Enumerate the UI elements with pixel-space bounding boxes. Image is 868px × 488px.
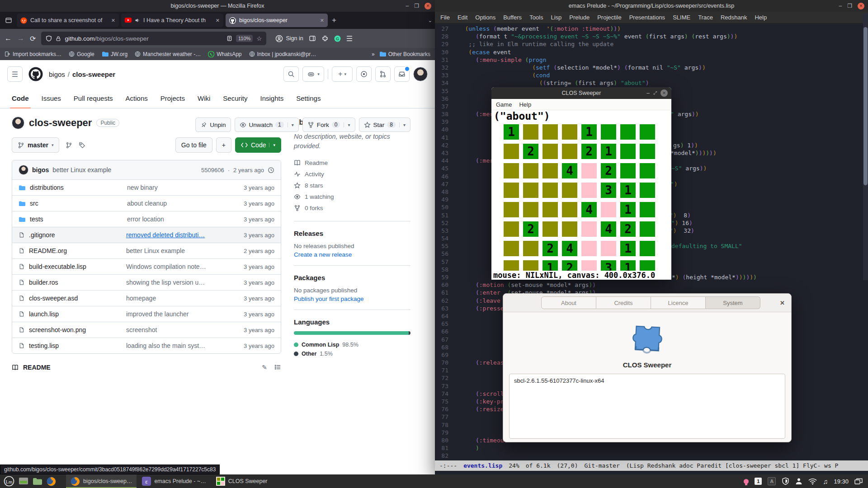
file-name[interactable]: .gitignore xyxy=(29,231,122,239)
sidebar-stat-1-watching[interactable]: 1 watching xyxy=(294,191,410,202)
security-shield-icon[interactable] xyxy=(782,477,789,485)
close-button[interactable]: ✕ xyxy=(660,89,668,97)
file-row[interactable]: README.orgbetter Linux example2 years ag… xyxy=(12,243,281,258)
file-commit-message[interactable]: better Linux example xyxy=(126,247,239,254)
emacs-menu-presentations[interactable]: Presentations xyxy=(629,14,665,21)
file-row[interactable]: launch.lispimproved the launcher3 years … xyxy=(12,306,281,322)
repo-tab-settings[interactable]: Settings xyxy=(292,88,325,108)
file-commit-message[interactable]: about cleanup xyxy=(127,200,239,207)
code-line[interactable]: 60 (:motion (set-mouse *model* args)) xyxy=(435,281,868,289)
grid-cell-r4c4[interactable] xyxy=(562,183,577,198)
grid-cell-r4c7[interactable]: 1 xyxy=(620,183,636,198)
publish-package-link[interactable]: Publish your first package xyxy=(294,296,410,302)
menu-hamburger-icon[interactable]: ☰ xyxy=(346,34,353,43)
repo-owner-avatar[interactable] xyxy=(12,117,24,129)
file-row[interactable]: distributionsnew binary3 years ago xyxy=(12,179,281,195)
firefox-titlebar[interactable]: bigos/clos-sweeper — Mozilla Firefox – ❐… xyxy=(0,0,435,12)
file-row[interactable]: srcabout cleanup3 years ago xyxy=(12,195,281,211)
github-global-menu-button[interactable]: ☰ xyxy=(7,66,23,82)
file-commit-message[interactable]: loading also the main syst… xyxy=(126,342,239,349)
mint-menu-icon[interactable]: Lm xyxy=(4,476,14,487)
grid-cell-r2c6[interactable]: 1 xyxy=(601,144,616,159)
emacs-menu-tools[interactable]: Tools xyxy=(529,14,543,21)
grid-cell-r3c8[interactable] xyxy=(640,163,655,178)
emacs-menu-options[interactable]: Options xyxy=(475,14,495,21)
workspace-switcher-icon[interactable] xyxy=(854,478,863,485)
file-commit-message[interactable]: homepage xyxy=(126,295,239,302)
file-commit-message[interactable]: new binary xyxy=(127,184,239,191)
file-name[interactable]: launch.lisp xyxy=(29,310,122,318)
dropdown-caret-icon[interactable]: ▾ xyxy=(288,122,294,127)
pull-requests-dashboard-button[interactable] xyxy=(375,66,391,82)
repo-tab-pull-requests[interactable]: Pull requests xyxy=(69,88,118,108)
file-name[interactable]: tests xyxy=(30,216,123,223)
back-button[interactable]: ← xyxy=(5,34,12,42)
show-desktop-icon[interactable] xyxy=(19,477,28,486)
file-row[interactable]: clos-sweeper.asdhomepage3 years ago xyxy=(12,290,281,306)
commit-sha[interactable]: 5509606 xyxy=(201,167,224,174)
grid-cell-r7c3[interactable]: 2 xyxy=(542,241,558,256)
maximize-button[interactable]: ⤢ xyxy=(653,91,657,95)
grid-cell-r4c3[interactable] xyxy=(542,183,558,198)
grid-cell-r7c2[interactable] xyxy=(523,241,538,256)
grid-cell-r5c7[interactable]: 1 xyxy=(620,202,636,217)
redshift-bulb-icon[interactable] xyxy=(744,479,749,484)
reload-button[interactable]: ⟳ xyxy=(30,34,36,43)
other-bookmarks-button[interactable]: Other Bookmarks xyxy=(379,51,430,57)
repo-action-unpin[interactable]: Unpin xyxy=(195,117,231,132)
bookmark-item-2[interactable]: JW.org xyxy=(102,51,127,57)
grid-cell-r6c2[interactable]: 2 xyxy=(523,221,538,237)
grid-cell-r1c2[interactable] xyxy=(523,124,538,140)
grid-cell-r4c5[interactable] xyxy=(581,183,597,198)
grid-cell-r5c8[interactable] xyxy=(640,202,655,217)
commit-author-avatar[interactable] xyxy=(19,165,28,175)
edit-pencil-icon[interactable]: ✎ xyxy=(262,364,267,371)
tab-close-icon[interactable]: ✕ xyxy=(320,18,324,23)
grid-cell-r7c6[interactable] xyxy=(601,241,616,256)
url-bar[interactable]: github.com/bigos/clos-sweeper 110% ☆ xyxy=(41,32,266,45)
create-release-link[interactable]: Create a new release xyxy=(294,251,410,258)
file-commit-message[interactable]: screenshot xyxy=(126,326,239,333)
create-new-button[interactable]: + ▾ xyxy=(332,66,353,82)
grid-cell-r3c3[interactable] xyxy=(542,163,558,178)
close-button[interactable]: ✕ xyxy=(858,3,864,9)
grid-cell-r3c7[interactable] xyxy=(620,163,636,178)
file-row[interactable]: testing.lisploading also the main syst…3… xyxy=(12,338,281,353)
file-name[interactable]: build-executable.lisp xyxy=(29,263,122,270)
about-dialog-header[interactable]: AboutCreditsLicenceSystem ✕ xyxy=(503,294,791,312)
latest-commit-row[interactable]: bigos better Linux example 5509606 · 2 y… xyxy=(12,160,281,179)
maximize-button[interactable]: ❐ xyxy=(847,3,852,9)
tab-close-icon[interactable]: ✕ xyxy=(111,18,115,23)
code-line[interactable]: 31 (:menu-simple (progn xyxy=(435,56,868,64)
file-name[interactable]: clos-sweeper.asd xyxy=(29,295,122,302)
tracking-shield-icon[interactable] xyxy=(46,35,52,42)
search-button[interactable] xyxy=(283,66,299,82)
file-row[interactable]: .gitignoreremoved deleted distributi…3 y… xyxy=(12,227,281,243)
dialog-tab-about[interactable]: About xyxy=(541,296,596,309)
file-name[interactable]: builder.ros xyxy=(29,279,122,286)
repo-tab-security[interactable]: Security xyxy=(218,88,252,108)
grid-cell-r7c7[interactable]: 1 xyxy=(620,241,636,256)
readme-label[interactable]: README xyxy=(23,364,51,371)
file-name[interactable]: src xyxy=(30,200,123,207)
grid-cell-r7c4[interactable]: 4 xyxy=(562,241,577,256)
code-line[interactable]: 32 (setf (selection *model*) (format nil… xyxy=(435,64,868,71)
bookmark-item-3[interactable]: Manchester weather -… xyxy=(135,51,201,57)
extensions-icon[interactable] xyxy=(321,35,329,42)
grid-cell-r1c1[interactable]: 1 xyxy=(504,124,519,140)
system-info-box[interactable]: sbcl-2.6.1.55-61072377c-linux-x64 xyxy=(509,374,785,439)
grid-cell-r3c6[interactable]: 2 xyxy=(601,163,616,178)
wifi-icon[interactable] xyxy=(808,478,817,485)
code-line[interactable]: 27 (unless (member event '(:motion :time… xyxy=(435,25,868,33)
code-line[interactable]: 30 (ecase event xyxy=(435,48,868,56)
dialog-tab-system[interactable]: System xyxy=(706,296,760,309)
bookmark-item-1[interactable]: Google xyxy=(69,51,94,57)
emacs-menu-edit[interactable]: Edit xyxy=(458,14,467,21)
grid-cell-r5c4[interactable] xyxy=(562,202,577,217)
branch-selector[interactable]: master ▾ xyxy=(12,137,59,153)
add-file-button[interactable]: + xyxy=(216,137,231,153)
grid-cell-r6c7[interactable]: 2 xyxy=(620,221,636,237)
close-button[interactable]: ✕ xyxy=(425,3,431,9)
repo-tab-projects[interactable]: Projects xyxy=(156,88,189,108)
file-row[interactable]: builder.rosshowing the lisp version u…3 … xyxy=(12,274,281,290)
